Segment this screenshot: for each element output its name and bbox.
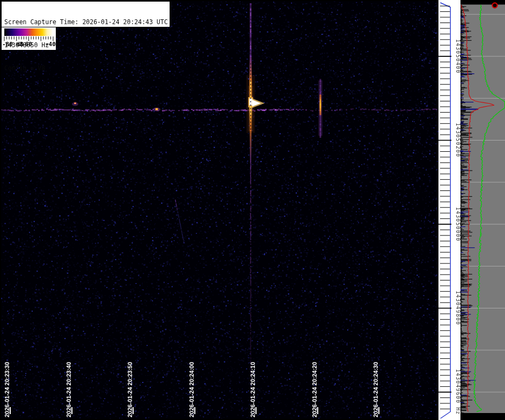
time-tick-mark [71, 407, 72, 414]
freq-axis-label: 143050000 [455, 207, 461, 261]
time-tick-mark [194, 407, 195, 414]
time-axis-label: 2026-01-24 20:24:20 [311, 351, 318, 417]
time-tick-mark [255, 407, 257, 414]
time-axis-label: 2026-01-24 20:24:10 [250, 351, 256, 417]
capture-info-box: Screen Capture Time: 2026-01-24 20:24:43… [1, 1, 170, 27]
time-tick-mark [133, 407, 134, 414]
colorbar-min-label: -80 dB [2, 41, 24, 48]
time-tick-mark [317, 407, 318, 414]
colorbar-max-label: -40 [45, 41, 56, 48]
freq-axis-label: 143050200 [455, 123, 461, 176]
time-tick-mark [378, 407, 379, 414]
app-window: Screen Capture Time: 2026-01-24 20:24:43… [0, 0, 505, 420]
freq-axis-label: 143049800 [455, 291, 461, 344]
time-axis-label: 2026-01-24 20:24:30 [372, 351, 379, 417]
time-tick-mark [10, 407, 11, 414]
config-text: Config = V8 [4, 64, 170, 72]
colorbar-mid-label: -60 [21, 41, 32, 48]
freq-axis-label: 143050400 [455, 39, 461, 93]
time-axis-label: 2026-01-24 20:23:40 [65, 351, 72, 417]
capture-time-text: Screen Capture Time: 2026-01-24 20:24:43… [4, 18, 170, 26]
colorbar-labels: -80 dB -60 -40 [2, 41, 56, 49]
freq-axis-label: 143049600 Hz [455, 369, 461, 420]
time-axis-label: 2026-01-24 20:24:00 [188, 351, 195, 417]
time-axis-label: 2026-01-24 20:23:30 [4, 351, 10, 417]
time-axis-label: 2026-01-24 20:23:50 [127, 351, 133, 417]
